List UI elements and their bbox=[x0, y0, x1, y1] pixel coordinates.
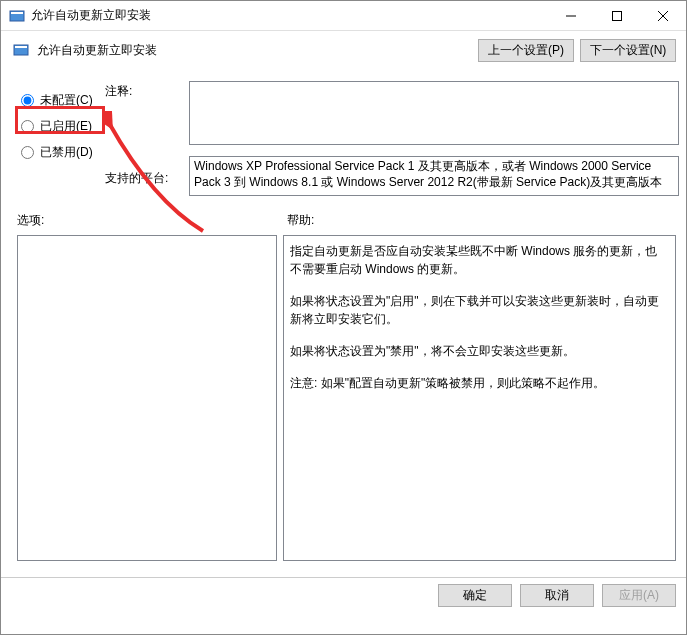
svg-rect-3 bbox=[613, 11, 622, 20]
titlebar: 允许自动更新立即安装 bbox=[1, 1, 686, 31]
ok-button[interactable]: 确定 bbox=[438, 584, 512, 607]
comment-label: 注释: bbox=[105, 81, 189, 100]
help-text-p1: 指定自动更新是否应自动安装某些既不中断 Windows 服务的更新，也不需要重启… bbox=[290, 242, 669, 278]
svg-rect-7 bbox=[15, 46, 27, 48]
supported-platforms-box[interactable]: Windows XP Professional Service Pack 1 及… bbox=[189, 156, 679, 196]
radio-enabled-label: 已启用(E) bbox=[40, 118, 92, 135]
radio-disabled-label: 已禁用(D) bbox=[40, 144, 93, 161]
options-pane[interactable] bbox=[17, 235, 277, 561]
help-label: 帮助: bbox=[287, 212, 314, 229]
radio-not-configured-label: 未配置(C) bbox=[40, 92, 93, 109]
next-setting-button[interactable]: 下一个设置(N) bbox=[580, 39, 676, 62]
svg-rect-1 bbox=[11, 12, 23, 14]
footer: 确定 取消 应用(A) bbox=[1, 577, 686, 613]
apply-button[interactable]: 应用(A) bbox=[602, 584, 676, 607]
header-title: 允许自动更新立即安装 bbox=[37, 42, 472, 59]
header-row: 允许自动更新立即安装 上一个设置(P) 下一个设置(N) bbox=[1, 31, 686, 69]
radio-enabled-input[interactable] bbox=[21, 120, 34, 133]
cancel-button[interactable]: 取消 bbox=[520, 584, 594, 607]
radio-disabled[interactable]: 已禁用(D) bbox=[17, 139, 105, 165]
platform-label: 支持的平台: bbox=[105, 170, 189, 187]
radio-not-configured-input[interactable] bbox=[21, 94, 34, 107]
prev-setting-button[interactable]: 上一个设置(P) bbox=[478, 39, 574, 62]
radio-enabled[interactable]: 已启用(E) bbox=[17, 113, 105, 139]
help-text-p3: 如果将状态设置为"禁用"，将不会立即安装这些更新。 bbox=[290, 342, 669, 360]
policy-icon bbox=[13, 42, 29, 58]
options-label: 选项: bbox=[17, 212, 287, 229]
state-radio-group: 未配置(C) 已启用(E) 已禁用(D) bbox=[17, 81, 105, 165]
close-button[interactable] bbox=[640, 1, 686, 31]
policy-icon bbox=[9, 8, 25, 24]
maximize-button[interactable] bbox=[594, 1, 640, 31]
window-title: 允许自动更新立即安装 bbox=[31, 7, 548, 24]
help-text-p2: 如果将状态设置为"启用"，则在下载并可以安装这些更新装时，自动更新将立即安装它们… bbox=[290, 292, 669, 328]
minimize-button[interactable] bbox=[548, 1, 594, 31]
help-text-p4: 注意: 如果"配置自动更新"策略被禁用，则此策略不起作用。 bbox=[290, 374, 669, 392]
help-pane[interactable]: 指定自动更新是否应自动安装某些既不中断 Windows 服务的更新，也不需要重启… bbox=[283, 235, 676, 561]
radio-not-configured[interactable]: 未配置(C) bbox=[17, 87, 105, 113]
comment-textarea[interactable] bbox=[189, 81, 679, 145]
radio-disabled-input[interactable] bbox=[21, 146, 34, 159]
